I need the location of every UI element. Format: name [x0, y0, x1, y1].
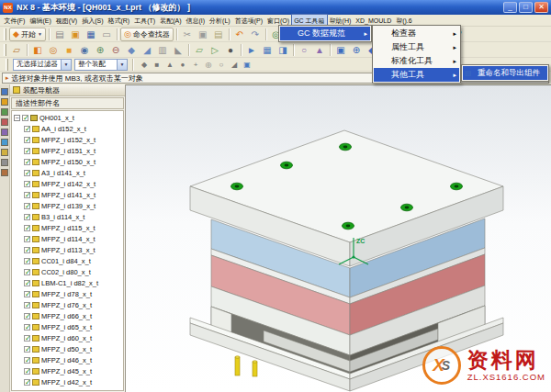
minimize-button[interactable]: _	[503, 2, 517, 13]
menu-format[interactable]: 格式(R)	[106, 15, 132, 27]
command-finder-button[interactable]: ◎命令查找器	[120, 28, 174, 41]
tree-row[interactable]: ✓MFPZ_i d66_x_t	[12, 310, 123, 321]
graphics-window[interactable]: ZC X S 资料网 ZL.XS1616.COM	[126, 84, 551, 392]
sketch-icon[interactable]: ▱	[9, 43, 24, 57]
tree-row[interactable]: ✓MFPZ_i d142_x_t	[12, 178, 123, 189]
history-tab-icon[interactable]	[1, 149, 8, 156]
checkbox-checked-icon[interactable]: ✓	[24, 335, 30, 342]
tree-row[interactable]: ✓MFPZ_i d78_x_t	[12, 288, 123, 299]
move-face-icon[interactable]: ►	[244, 43, 259, 57]
snap-point-icon[interactable]: ◆	[138, 59, 151, 71]
checkbox-checked-icon[interactable]: ✓	[24, 247, 30, 253]
checkbox-checked-icon[interactable]: ✓	[24, 192, 30, 198]
roles-tab-icon[interactable]	[1, 169, 8, 176]
tree-row[interactable]: ✓MFPZ_i d141_x_t	[12, 189, 123, 200]
measure-icon[interactable]: ○	[297, 43, 311, 57]
tree-row[interactable]: ✓MFPZ_i d150_x_t	[12, 156, 123, 167]
save-icon[interactable]: ▦	[84, 28, 98, 41]
tangent-point-icon[interactable]: ◢	[228, 59, 241, 71]
assembly-navigator-tab-icon[interactable]	[1, 88, 8, 95]
checkbox-checked-icon[interactable]: ✓	[24, 269, 30, 275]
selection-filter-combo[interactable]: 无选择过滤器 ▼	[13, 59, 72, 71]
tree-expander-icon[interactable]: −	[14, 115, 20, 121]
tree-row[interactable]: ✓MFPZ_i d76_x_t	[12, 299, 123, 310]
chevron-down-icon[interactable]: ▼	[117, 60, 127, 70]
checkbox-checked-icon[interactable]: ✓	[24, 346, 30, 353]
chevron-down-icon[interactable]: ▼	[61, 60, 71, 70]
unite-icon[interactable]: ⊕	[93, 43, 107, 57]
tree-row[interactable]: ✓MFPZ_i d60_x_t	[12, 332, 123, 343]
subtract-icon[interactable]: ⊖	[108, 43, 123, 57]
menu-view[interactable]: 视图(V)	[53, 15, 79, 27]
checkbox-checked-icon[interactable]: ✓	[24, 214, 30, 220]
menu-information[interactable]: 信息(I)	[184, 15, 208, 27]
tree-row[interactable]: ✓MFPZ_i d46_x_t	[12, 354, 123, 365]
checkbox-checked-icon[interactable]: ✓	[24, 236, 30, 242]
internet-explorer-tab-icon[interactable]	[1, 139, 8, 146]
datum-plane-icon[interactable]: ▱	[192, 43, 207, 57]
tree-row[interactable]: ✓CC02_i d80_x_t	[12, 266, 123, 277]
menu-file[interactable]: 文件(F)	[2, 15, 28, 27]
tree-row[interactable]: ✓MFPZ_i d113_x_t	[12, 244, 123, 255]
checkbox-checked-icon[interactable]: ✓	[24, 148, 30, 154]
tree-row[interactable]: ✓MFPZ_i d50_x_t	[12, 343, 123, 354]
checkbox-checked-icon[interactable]: ✓	[24, 258, 30, 264]
constraint-navigator-tab-icon[interactable]	[1, 98, 8, 106]
checkbox-checked-icon[interactable]: ✓	[24, 181, 30, 187]
tree-row[interactable]: ✓MFPZ_i d115_x_t	[12, 222, 123, 233]
navigator-title-bar[interactable]: 装配导航器	[10, 84, 125, 96]
checkbox-checked-icon[interactable]: ✓	[24, 280, 30, 286]
checkbox-checked-icon[interactable]: ✓	[24, 302, 30, 308]
checkbox-checked-icon[interactable]: ✓	[24, 203, 30, 209]
menu-item-other-tools[interactable]: 其他工具▸	[374, 68, 459, 82]
checkbox-checked-icon[interactable]: ✓	[24, 313, 30, 319]
center-point-icon[interactable]: ●	[176, 59, 189, 71]
titlebar[interactable]: NX NX 8 - 基本环境 - [QH001_x_t.prt （修改的） ] …	[0, 0, 551, 15]
cut-icon[interactable]: ✂	[180, 28, 195, 41]
tree-row[interactable]: ✓MFPZ_i d114_x_t	[12, 233, 123, 244]
block-icon[interactable]: ■	[62, 43, 76, 57]
datum-axis-icon[interactable]: ▷	[208, 43, 222, 57]
navigator-column-header[interactable]: 描述性部件名	[11, 97, 124, 109]
tree-row[interactable]: ✓CC01_i d84_x_t	[12, 255, 123, 266]
menu-tools[interactable]: 工具(T)	[132, 15, 158, 27]
pattern-feature-icon[interactable]: ▦	[260, 43, 275, 57]
open-folder-icon[interactable]: ▣	[68, 28, 83, 41]
existing-point-icon[interactable]: ○	[215, 59, 228, 71]
part-navigator-tab-icon[interactable]	[1, 108, 8, 116]
menu-item-checker[interactable]: 检查器▸	[374, 27, 459, 40]
checkbox-checked-icon[interactable]: ✓	[24, 324, 30, 330]
menu-assemblies[interactable]: 装配(A)	[158, 15, 184, 27]
hole-icon[interactable]: ◉	[77, 43, 92, 57]
checkbox-checked-icon[interactable]: ✓	[24, 291, 30, 297]
redo-icon[interactable]: ↷	[248, 28, 263, 41]
checkbox-checked-icon[interactable]: ✓	[24, 225, 30, 231]
intersection-point-icon[interactable]: +	[189, 59, 202, 71]
new-file-icon[interactable]: ▤	[52, 28, 67, 41]
revolve-icon[interactable]: ◎	[46, 43, 61, 57]
assembly-constraints-icon[interactable]: ▣	[333, 43, 348, 57]
menu-edit[interactable]: 编辑(E)	[28, 15, 53, 27]
checkbox-checked-icon[interactable]: ✓	[24, 379, 30, 386]
menu-item-rename-export-components[interactable]: ▤重命名和导出组件	[463, 66, 547, 80]
checkbox-checked-icon[interactable]: ✓	[22, 115, 28, 121]
maximize-button[interactable]: □	[519, 2, 533, 13]
selection-scope-combo[interactable]: 整个装配 ▼	[74, 59, 128, 71]
tree-row[interactable]: ✓MFPZ_i d42_x_t	[12, 376, 123, 387]
toolbar-drag-handle[interactable]	[4, 44, 6, 56]
end-point-icon[interactable]: ■	[151, 59, 163, 71]
tree-row-root[interactable]: −✓QH001_x_t	[12, 112, 123, 123]
tree-row[interactable]: ✓MFPZ_i d152_x_t	[12, 134, 123, 145]
menu-item-standardization-tools[interactable]: 标准化工具▸	[374, 54, 459, 68]
start-button[interactable]: ◆开始▼	[9, 28, 46, 41]
paste-icon[interactable]: ▤	[211, 28, 226, 41]
print-icon[interactable]: ▭	[99, 28, 114, 41]
tree-row[interactable]: ✓MFPZ_i d45_x_t	[12, 365, 123, 376]
mirror-feature-icon[interactable]: ◨	[276, 43, 290, 57]
edge-blend-icon[interactable]: ◆	[124, 43, 139, 57]
undo-icon[interactable]: ↶	[232, 28, 247, 41]
tree-row[interactable]: ✓AA_i d152_x_t	[12, 123, 123, 134]
copy-icon[interactable]: ▣	[196, 28, 210, 41]
system-materials-tab-icon[interactable]	[1, 159, 8, 166]
checkbox-checked-icon[interactable]: ✓	[24, 357, 30, 364]
